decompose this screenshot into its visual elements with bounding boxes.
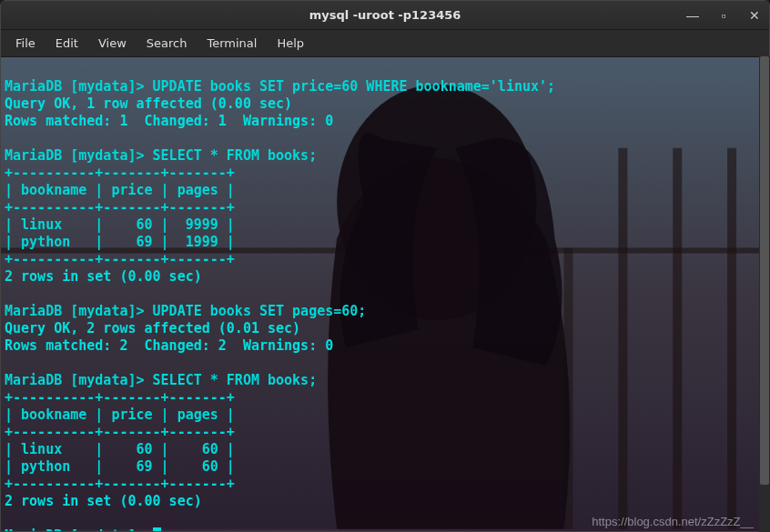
term-line: MariaDB [mydata]> SELECT * FROM books; [5,147,317,164]
term-line: | linux | 60 | 60 | [5,441,235,457]
menu-view[interactable]: View [89,33,136,54]
term-prompt: MariaDB [mydata]> [5,527,153,531]
term-line: 2 rows in set (0.00 sec) [5,268,202,285]
minimize-button[interactable]: — [684,8,702,23]
term-line: Query OK, 2 rows affected (0.01 sec) [5,320,300,336]
term-line: | bookname | price | pages | [5,182,235,198]
menu-terminal[interactable]: Terminal [198,33,266,54]
terminal-body[interactable]: MariaDB [mydata]> UPDATE books SET price… [1,57,769,531]
term-line: | python | 69 | 1999 | [5,234,235,250]
term-line: +----------+-------+-------+ [5,476,235,492]
term-line: Rows matched: 2 Changed: 2 Warnings: 0 [5,337,333,354]
term-line: MariaDB [mydata]> UPDATE books SET price… [5,78,555,95]
terminal-window: mysql -uroot -p123456 — ▫ ✕ File Edit Vi… [0,0,770,532]
term-line: +----------+-------+-------+ [5,199,235,216]
term-line: | linux | 60 | 9999 | [5,216,235,233]
menu-edit[interactable]: Edit [46,33,87,54]
term-line: MariaDB [mydata]> SELECT * FROM books; [5,372,317,388]
term-line: Query OK, 1 row affected (0.00 sec) [5,95,292,112]
menu-file[interactable]: File [6,33,45,54]
term-line: 2 rows in set (0.00 sec) [5,493,202,509]
terminal-output: MariaDB [mydata]> UPDATE books SET price… [1,57,769,531]
cursor-icon [153,527,161,531]
term-line: +----------+-------+-------+ [5,389,235,406]
term-line: Rows matched: 1 Changed: 1 Warnings: 0 [5,113,333,129]
term-line: +----------+-------+-------+ [5,251,235,267]
watermark: https://blog.csdn.net/zZzZzZ__ [592,515,754,528]
scrollbar[interactable] [759,56,770,532]
window-controls: — ▫ ✕ [684,1,764,29]
term-line: +----------+-------+-------+ [5,165,235,181]
menu-help[interactable]: Help [268,33,313,54]
menubar: File Edit View Search Terminal Help [1,30,769,57]
window-title: mysql -uroot -p123456 [309,8,461,22]
menu-search[interactable]: Search [137,33,197,54]
term-line: | bookname | price | pages | [5,407,235,423]
term-line: +----------+-------+-------+ [5,424,235,440]
close-button[interactable]: ✕ [745,8,764,23]
titlebar: mysql -uroot -p123456 — ▫ ✕ [1,1,769,30]
maximize-button[interactable]: ▫ [714,8,733,23]
scrollbar-thumb[interactable] [760,56,769,485]
term-line: MariaDB [mydata]> UPDATE books SET pages… [5,303,366,319]
term-line: | python | 69 | 60 | [5,458,235,475]
